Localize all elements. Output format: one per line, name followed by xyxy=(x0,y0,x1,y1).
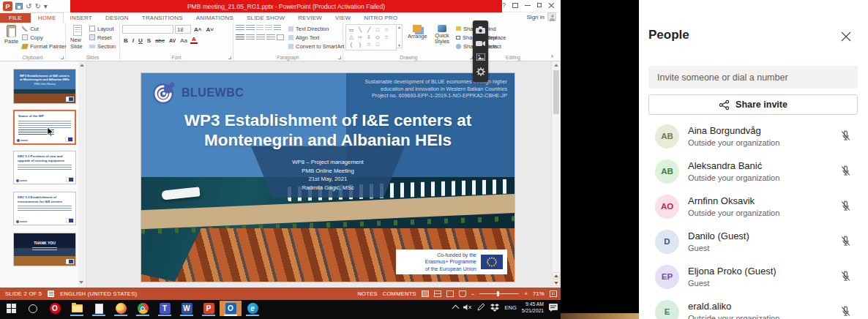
scroll-up-icon[interactable] xyxy=(80,64,84,67)
collapse-ribbon-icon[interactable]: ∧ xyxy=(550,54,556,59)
shape-icon[interactable]: △ xyxy=(348,34,355,40)
pen-icon[interactable] xyxy=(477,304,485,311)
slide-canvas[interactable]: BLUEWBC Sustainable development of BLUE … xyxy=(141,73,515,282)
zoom-in-button[interactable]: + xyxy=(524,290,528,297)
bullets-icon[interactable] xyxy=(236,25,244,31)
next-slide-button[interactable] xyxy=(553,279,560,286)
zoom-slider[interactable] xyxy=(479,293,519,294)
slide-thumbnail-3[interactable]: 3 DEV 3.1 Purchase of new and upgrade of… xyxy=(13,151,76,184)
taskbar-firefox[interactable] xyxy=(110,301,132,316)
mic-muted-icon[interactable] xyxy=(839,270,852,282)
participant-row[interactable]: EP Eljona Proko (Guest) Guest xyxy=(639,259,868,294)
line-spacing-icon[interactable] xyxy=(274,25,281,31)
mic-muted-icon[interactable] xyxy=(839,200,852,212)
tab-home[interactable]: HOME xyxy=(31,12,64,23)
reading-view-icon[interactable] xyxy=(446,290,454,297)
shape-icon[interactable]: ☆ xyxy=(383,34,390,40)
bold-button[interactable]: B xyxy=(122,37,130,44)
font-size-input[interactable]: 18 xyxy=(175,25,191,34)
mic-muted-icon[interactable] xyxy=(839,130,852,142)
taskbar-teams[interactable]: T xyxy=(154,301,176,316)
slide-sorter-view-icon[interactable] xyxy=(434,290,441,297)
taskbar-powerpoint[interactable]: P xyxy=(198,301,220,316)
previous-slide-button[interactable] xyxy=(553,272,560,279)
fit-slide-icon[interactable] xyxy=(550,290,557,297)
align-center-icon[interactable] xyxy=(246,34,255,40)
video-camera-icon[interactable] xyxy=(476,40,485,47)
comments-toggle[interactable]: COMMENTS xyxy=(383,290,416,297)
undo-icon[interactable]: ↺ xyxy=(26,3,31,10)
participant-row[interactable]: AO Arnfinn Oksavik Outside your organiza… xyxy=(639,189,868,224)
tray-clock[interactable]: 9:45 AM 5/21/2021 xyxy=(522,301,544,314)
shapes-gallery[interactable]: ▭ ╲ ╱ □ ○ △ ⇨ ⇩ ◇ ☆ xyxy=(345,24,397,50)
tab-animations[interactable]: ANIMATIONS xyxy=(190,13,240,23)
scroll-down-icon[interactable] xyxy=(79,281,83,284)
tab-design[interactable]: DESIGN xyxy=(99,13,135,23)
indent-decrease-icon[interactable] xyxy=(256,25,263,31)
ribbon-display-options-icon[interactable] xyxy=(512,3,518,8)
reset-button[interactable]: Reset xyxy=(88,33,117,42)
shadow-button[interactable]: S xyxy=(146,37,152,44)
shape-icon[interactable]: ) xyxy=(356,41,364,48)
minimize-icon[interactable] xyxy=(525,5,531,6)
underline-button[interactable]: U xyxy=(137,37,144,44)
taskbar-outlook-active[interactable]: O xyxy=(220,301,242,316)
taskbar-notepad[interactable] xyxy=(88,301,110,316)
zoom-level[interactable]: 71% xyxy=(533,290,545,297)
indent-increase-icon[interactable] xyxy=(265,25,272,31)
dialog-launcher-icon[interactable] xyxy=(61,56,64,59)
speaker-muted-icon[interactable] xyxy=(463,304,472,311)
image-icon[interactable] xyxy=(476,53,485,61)
numbering-icon[interactable] xyxy=(246,25,255,31)
shrink-font-icon[interactable]: A˅ xyxy=(204,26,214,33)
align-left-icon[interactable] xyxy=(236,34,244,40)
shape-icon[interactable]: □ xyxy=(374,26,381,33)
taskbar-chrome[interactable] xyxy=(132,301,154,316)
camera-icon[interactable] xyxy=(476,26,485,34)
spellcheck-icon[interactable] xyxy=(48,290,54,297)
format-painter-button[interactable]: Format Painter xyxy=(20,42,68,50)
mic-muted-icon[interactable] xyxy=(839,165,852,177)
new-slide-button[interactable]: New Slide xyxy=(68,24,88,50)
arrange-button[interactable]: Arrange xyxy=(405,24,430,50)
tab-insert[interactable]: INSERT xyxy=(64,13,99,23)
shape-icon[interactable]: ◇ xyxy=(374,34,381,40)
gear-icon[interactable] xyxy=(476,67,485,76)
slide-thumbnail-5[interactable]: 5 THANK YOU xyxy=(13,233,76,266)
section-button[interactable]: Section xyxy=(88,42,117,50)
taskbar-opera[interactable]: O xyxy=(44,301,66,316)
zoom-slider-thumb[interactable] xyxy=(497,291,499,296)
dropbox-icon[interactable] xyxy=(490,304,499,312)
character-spacing-button[interactable]: AV xyxy=(168,38,177,43)
sign-in[interactable]: Sign in xyxy=(527,12,556,21)
participant-row[interactable]: AB Aina Borgundvåg Outside your organiza… xyxy=(639,119,868,154)
paste-button[interactable]: Paste xyxy=(2,24,20,50)
mic-muted-icon[interactable] xyxy=(839,305,852,318)
shape-icon[interactable]: □ xyxy=(374,41,381,48)
tab-nitro-pro[interactable]: NITRO PRO xyxy=(357,13,404,23)
tab-file[interactable]: FILE xyxy=(0,13,31,23)
scrollbar-thumb[interactable] xyxy=(553,70,559,114)
slide-thumbnail-2-selected[interactable]: 2 Status of the WP xyxy=(13,110,76,145)
italic-button[interactable]: I xyxy=(131,37,135,44)
align-right-icon[interactable] xyxy=(256,34,265,40)
restore-icon[interactable] xyxy=(537,3,542,7)
tab-review[interactable]: REVIEW xyxy=(291,13,329,23)
save-icon[interactable] xyxy=(15,3,23,10)
copy-button[interactable]: Copy xyxy=(20,33,68,42)
tab-view[interactable]: VIEW xyxy=(329,13,357,23)
tab-slide-show[interactable]: SLIDE SHOW xyxy=(240,13,291,23)
participant-row[interactable]: D Danilo (Guest) Guest xyxy=(639,224,868,259)
dialog-launcher-icon[interactable] xyxy=(338,56,341,59)
font-color-button[interactable]: A xyxy=(190,37,198,44)
cut-button[interactable]: Cut xyxy=(20,24,68,33)
taskbar-word[interactable]: W xyxy=(176,301,198,316)
shape-icon[interactable]: ☆ xyxy=(365,41,373,48)
convert-smartart-button[interactable]: Convert to SmartArt xyxy=(287,42,345,50)
scroll-up-icon[interactable] xyxy=(554,64,558,67)
justify-icon[interactable] xyxy=(266,34,275,40)
shape-icon[interactable]: ▭ xyxy=(348,26,355,33)
taskbar-edge[interactable]: e xyxy=(242,301,263,316)
close-panel-icon[interactable] xyxy=(840,31,852,42)
slide-show-icon[interactable] xyxy=(459,290,466,297)
